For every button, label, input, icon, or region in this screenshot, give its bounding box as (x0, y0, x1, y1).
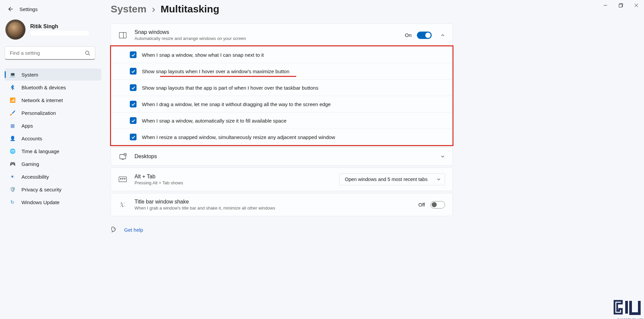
snap-option-label: When I snap a window, automatically size… (142, 118, 286, 124)
snap-option-row[interactable]: Show snap layouts when I hover over a wi… (111, 63, 452, 79)
alt-tab-card: Alt + Tab Pressing Alt + Tab shows Open … (111, 168, 453, 191)
svg-line-6 (89, 54, 90, 55)
nav-label: Privacy & security (21, 187, 61, 192)
search-icon (85, 50, 90, 56)
checkbox[interactable] (130, 117, 137, 124)
sidebar-item-accessibility[interactable]: ✶Accessibility (5, 171, 101, 183)
alt-tab-title: Alt + Tab (135, 174, 339, 180)
shake-subtitle: When I grab a window's title bar and sha… (135, 206, 418, 211)
svg-line-19 (124, 203, 124, 203)
alt-tab-select-value: Open windows and 5 most recent tabs (345, 177, 428, 182)
sidebar-item-system[interactable]: 💻System (5, 69, 101, 81)
nav-icon: 🌐 (9, 148, 15, 154)
snap-windows-card: Snap windows Automatically resize and ar… (111, 24, 453, 145)
alt-tab-select[interactable]: Open windows and 5 most recent tabs (339, 173, 445, 185)
snap-title: Snap windows (135, 29, 405, 35)
svg-rect-16 (122, 178, 123, 179)
svg-line-21 (124, 206, 125, 206)
snap-option-row[interactable]: Show snap layouts that the app is part o… (111, 79, 452, 96)
nav-label: Accounts (21, 136, 42, 141)
nav-label: Personalization (21, 110, 56, 116)
checkbox[interactable] (130, 84, 137, 91)
nav-label: Accessibility (21, 174, 49, 180)
back-button[interactable] (7, 6, 13, 12)
checkbox[interactable] (130, 51, 137, 58)
breadcrumb-current: Multitasking (161, 3, 219, 15)
snap-option-row[interactable]: When I resize a snapped window, simultan… (111, 129, 452, 145)
snap-option-row[interactable]: When I snap a window, automatically size… (111, 112, 452, 129)
nav-icon: ✶ (9, 174, 15, 180)
nav-label: Apps (21, 123, 33, 129)
nav-label: Network & internet (21, 97, 63, 103)
sidebar-item-privacy-security[interactable]: 🛡️Privacy & security (5, 183, 101, 195)
chevron-down-icon[interactable] (440, 154, 445, 159)
snap-toggle-label: On (405, 32, 412, 38)
checkbox[interactable] (130, 134, 137, 140)
user-name: Ritik Singh (30, 24, 89, 30)
checkbox[interactable] (130, 68, 137, 75)
desktops-icon (118, 153, 127, 160)
alt-tab-subtitle: Pressing Alt + Tab shows (135, 180, 339, 185)
chevron-up-icon[interactable] (440, 33, 445, 38)
sidebar-item-personalization[interactable]: 🖌️Personalization (5, 107, 101, 119)
shake-icon (118, 201, 127, 209)
sidebar-item-network-internet[interactable]: 📶Network & internet (5, 94, 101, 106)
nav-label: System (21, 72, 38, 78)
alt-tab-icon (118, 177, 127, 182)
nav-icon: 🎮 (9, 161, 15, 167)
shake-toggle-label: Off (418, 202, 425, 208)
snap-windows-header[interactable]: Snap windows Automatically resize and ar… (111, 24, 452, 46)
checkbox[interactable] (130, 101, 137, 107)
sidebar-item-time-language[interactable]: 🌐Time & language (5, 145, 101, 157)
svg-rect-15 (120, 178, 121, 179)
sidebar-item-gaming[interactable]: 🎮Gaming (5, 158, 101, 170)
sidebar-item-apps[interactable]: ▦Apps (5, 120, 101, 132)
nav-icon: ↻ (9, 199, 15, 205)
snap-option-label: When I resize a snapped window, simultan… (142, 134, 335, 140)
snap-toggle[interactable] (417, 32, 432, 39)
svg-point-5 (86, 51, 89, 54)
snap-option-label: When I drag a window, let me snap it wit… (142, 101, 331, 107)
breadcrumb-parent[interactable]: System (111, 3, 147, 15)
nav-label: Gaming (21, 161, 39, 167)
desktops-card[interactable]: Desktops (111, 147, 453, 166)
watermark-logo: GADGETS TO USE (612, 299, 643, 319)
help-icon: ? (111, 226, 117, 233)
snap-option-label: Show snap layouts when I hover over a wi… (142, 69, 289, 74)
search-input[interactable] (10, 50, 85, 56)
nav-label: Windows Update (21, 199, 59, 205)
nav-icon: 📶 (9, 97, 15, 103)
svg-text:?: ? (113, 227, 115, 231)
nav-icon: 🛡️ (9, 186, 15, 192)
snap-option-row[interactable]: When I drag a window, let me snap it wit… (111, 96, 452, 112)
nav-icon: 💻 (9, 72, 15, 78)
nav-label: Time & language (21, 148, 59, 154)
window-shake-card: Title bar window shake When I grab a win… (111, 193, 453, 216)
get-help-link[interactable]: Get help (124, 227, 143, 233)
avatar (5, 19, 25, 40)
nav-icon: 🖌️ (9, 110, 15, 116)
svg-rect-23 (625, 301, 628, 314)
user-email-redacted (30, 31, 89, 36)
nav-icon: 👤 (9, 135, 15, 141)
chevron-down-icon (437, 177, 441, 181)
user-block[interactable]: Ritik Singh (5, 19, 101, 40)
sidebar-item-bluetooth-devices[interactable]: Bluetooth & devices (5, 81, 101, 93)
svg-line-18 (120, 204, 121, 204)
snap-option-row[interactable]: When I snap a window, show what I can sn… (111, 46, 452, 63)
breadcrumb-separator: › (152, 3, 155, 15)
sidebar-item-accounts[interactable]: 👤Accounts (5, 132, 101, 144)
nav-label: Bluetooth & devices (21, 85, 66, 90)
search-box[interactable] (5, 46, 95, 60)
nav-icon (9, 84, 15, 90)
snap-option-label: When I snap a window, show what I can sn… (142, 52, 264, 58)
shake-toggle[interactable] (430, 201, 445, 209)
svg-rect-17 (124, 178, 125, 179)
app-title: Settings (19, 6, 38, 12)
nav-icon: ▦ (9, 123, 15, 129)
desktops-title: Desktops (135, 153, 437, 160)
svg-line-20 (120, 207, 121, 207)
highlighted-options: When I snap a window, show what I can sn… (110, 45, 453, 146)
shake-title: Title bar window shake (135, 199, 418, 205)
sidebar-item-windows-update[interactable]: ↻Windows Update (5, 196, 101, 208)
